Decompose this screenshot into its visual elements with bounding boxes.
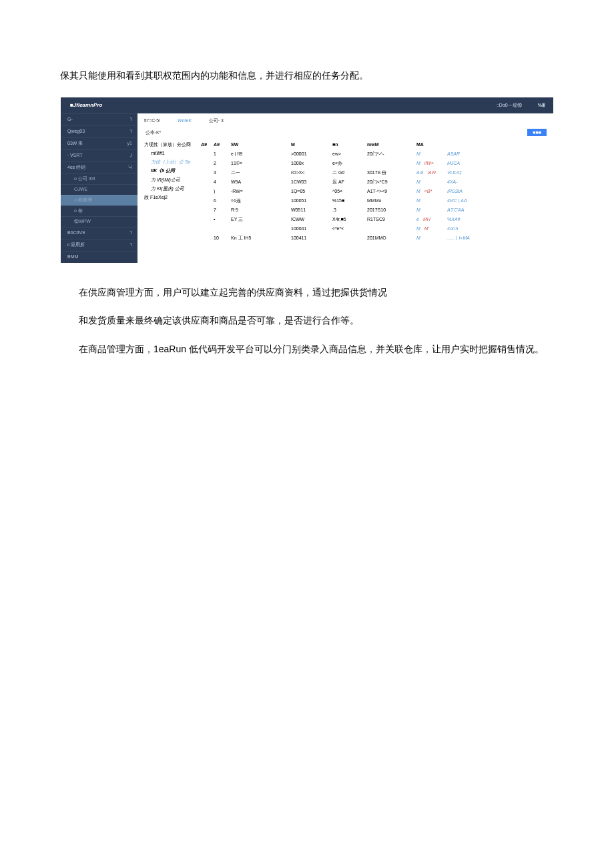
row-action[interactable]: «B* (424, 189, 432, 193)
sidebar-item-12[interactable]: BMM (61, 251, 137, 263)
row-action[interactable]: MH (423, 217, 430, 222)
table-cell: 20门<*C9 (367, 179, 416, 185)
row-action-link[interactable]: %XA# (447, 217, 460, 222)
tab-bar: fir'=C·5! WnteK 公司· 3 (137, 113, 553, 127)
col-header-1: SW (231, 142, 291, 147)
row-action-link[interactable]: 4I/IC | AA (447, 198, 467, 203)
row-action-link[interactable]: 4orrh (447, 226, 458, 231)
table-cell: 10 (214, 236, 231, 240)
row-action-link[interactable]: 4XA- (447, 179, 458, 184)
sidebar-item-8[interactable]: o 基 (61, 205, 137, 216)
table-cell: 7 (214, 207, 231, 212)
row-action-link[interactable]: ___ | I<MA (447, 236, 470, 240)
subtab-active[interactable]: 公率·K* (141, 128, 165, 137)
tree-node-3[interactable]: 力 IR(IMl)公司 (143, 175, 207, 184)
row-action[interactable]: M' (424, 226, 429, 231)
row-action[interactable]: M (416, 236, 420, 240)
row-action[interactable]: M (416, 179, 420, 184)
tab-1[interactable]: fir'=C·5! (144, 118, 160, 123)
sidebar-item-9[interactable]: ⑫WPW (61, 216, 137, 227)
sidebar-item-label: · VSRT (67, 149, 82, 161)
table-cell: 6 (214, 198, 231, 203)
chevron-icon: 'I (130, 125, 132, 137)
row-action[interactable]: M (416, 207, 420, 212)
row-action[interactable]: M (416, 151, 420, 156)
tab-2[interactable]: WnteK (178, 118, 192, 123)
table-cell: %15■ (332, 198, 367, 203)
row-action[interactable]: e (416, 217, 419, 222)
table-cell: M (416, 198, 447, 203)
tree-root[interactable]: 力现性（算放）分公网A9 (143, 140, 207, 149)
sidebar-item-label: OJWE (74, 184, 87, 195)
sidebar-item-10[interactable]: B6C0V9'I (61, 227, 137, 239)
sidebar-item-label: BMM (67, 251, 78, 263)
header-text-2: %Ⅲ (538, 103, 545, 108)
table-cell: M«B* (416, 189, 447, 193)
table-row: 3二一rO>X<二 G#3017S 份Anl\AWVLfc4‡ (214, 168, 548, 177)
chevron-icon: ‚I (130, 149, 133, 161)
table-cell: 201MMO (367, 236, 416, 240)
table-cell: 3017S 份 (367, 169, 416, 176)
tree-node-0[interactable]: πtlⅢff1 (143, 149, 207, 157)
table-cell: ICWW (291, 217, 332, 222)
sidebar-item-label: 4es 经销 (67, 161, 85, 173)
embedded-screenshot: ■JfleamnPro ::Dα0一堤⑩ %Ⅲ G-'IQweg03'I03W … (60, 97, 554, 264)
paragraph-1: 保其只能使用和看到其职权范围内的功能和信息，并进行相应的任务分配。 (60, 67, 554, 85)
table-cell: 20门*-^- (367, 151, 416, 157)
data-table: A9SWM■nmwMMA 1e | fI9>00001ew>20门*-^-MAS… (214, 140, 548, 243)
tree-node-1[interactable]: 力优（上泊）公 So (143, 157, 207, 166)
sidebar-item-11[interactable]: c 应用所'I (61, 239, 137, 251)
table-cell: R·5 (231, 207, 291, 212)
search-button[interactable]: ■■■ (527, 129, 547, 136)
table-cell: W9A (231, 179, 291, 184)
sidebar-item-5[interactable]: o 公司 IMI (61, 173, 137, 184)
table-row: 4W9A1CW03迟 AF20门<*C9M4XA- (214, 177, 548, 187)
paragraph-4: 在商品管理方面，1eaRun 低代码开发平台可以分门别类录入商品信息，并关联仓库… (60, 340, 554, 358)
row-action-link[interactable]: IRSStA (447, 189, 463, 193)
table-row: 100041«*e*«MM'4orrh (214, 224, 548, 234)
sidebar-item-1[interactable]: Qweg03'I (61, 125, 137, 137)
row-action-link[interactable]: A∑C'AA (447, 207, 464, 212)
table-row: )-RW=1Q=05^05»A1T-^><9M«B*IRSStA (214, 187, 548, 196)
chevron-icon: '•I (128, 161, 132, 173)
col-header-3: ■n (332, 142, 367, 147)
tree-node-2[interactable]: ItK《5 公同 (143, 166, 207, 175)
org-tree: 力现性（算放）分公网A9 πtlⅢff1力优（上泊）公 SoItK《5 公同力 … (143, 140, 207, 243)
tab-3[interactable]: 公司· 3 (209, 117, 224, 124)
sidebar-item-7[interactable]: ⊙商商理 (61, 195, 137, 205)
row-action[interactable]: M (416, 198, 420, 203)
sidebar-item-2[interactable]: 03W 来y1 (61, 137, 137, 149)
sidebar-item-6[interactable]: OJWE (61, 184, 137, 195)
row-action[interactable]: M (416, 226, 420, 231)
header-text-1: ::Dα0一堤⑩ (497, 102, 522, 109)
table-cell: ew> (332, 151, 367, 156)
sidebar-item-0[interactable]: G-'I (61, 113, 137, 125)
table-cell: M (416, 236, 447, 240)
sidebar-item-3[interactable]: · VSRT‚I (61, 149, 137, 161)
sidebar-item-label: o 基 (74, 205, 83, 216)
table-cell: ASAR (447, 151, 487, 156)
row-action-link[interactable]: ASAR (447, 151, 460, 156)
chevron-icon: 'I (130, 227, 132, 239)
table-cell: M (416, 151, 447, 156)
sidebar-item-label: Qweg03 (67, 125, 85, 137)
tree-node-4[interactable]: 力 Kl(重庆) 公司 (143, 184, 207, 193)
sidebar-item-4[interactable]: 4es 经销'•I (61, 161, 137, 173)
table-cell: 1 (214, 151, 231, 156)
sidebar-item-label: ⊙商商理 (74, 195, 92, 205)
row-action-link[interactable]: MJCA (447, 161, 460, 165)
table-cell: ___ | I<MA (447, 236, 487, 240)
row-action[interactable]: M (416, 189, 420, 193)
row-action[interactable]: Anl (416, 170, 423, 175)
row-action[interactable]: \AW (427, 170, 436, 175)
table-cell: R1TSC9 (367, 217, 416, 222)
table-header: A9SWM■nmwMMA (214, 140, 548, 149)
table-cell: 1CW03 (291, 179, 332, 184)
row-action[interactable]: ifW» (424, 161, 434, 165)
sidebar: G-'IQweg03'I03W 来y1· VSRT‚I4es 经销'•Io 公司… (61, 113, 137, 263)
row-action[interactable]: M (416, 161, 420, 165)
table-cell: 4I/IC | AA (447, 198, 487, 203)
row-action-link[interactable]: VLfc4‡ (447, 170, 462, 175)
table-cell: X4r,■5 (332, 217, 367, 222)
sidebar-item-label: B6C0V9 (67, 227, 85, 239)
